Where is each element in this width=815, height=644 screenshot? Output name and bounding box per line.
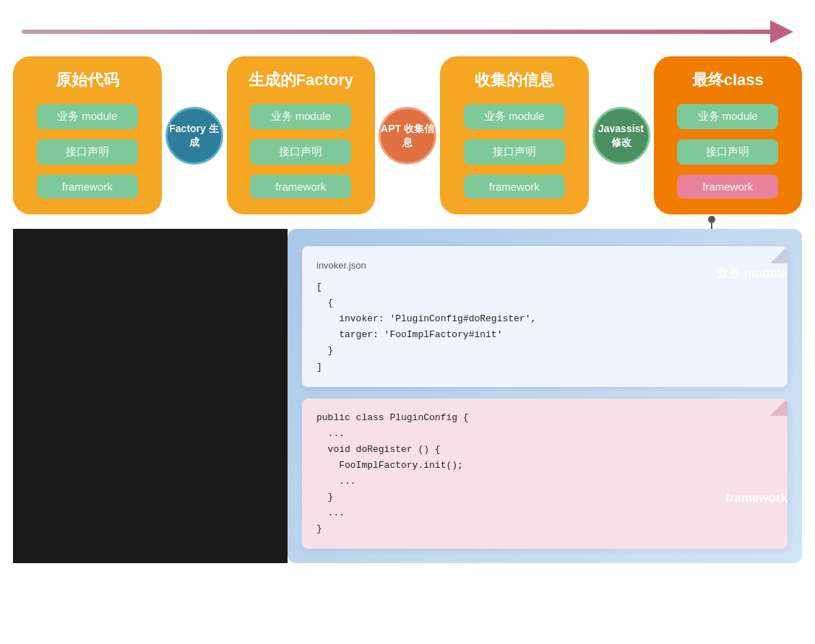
connector-factory: Factory 生成 (162, 107, 227, 165)
stage-final-item-1: 接口声明 (677, 139, 778, 165)
stage-original-item-1: 接口声明 (37, 139, 138, 165)
connector-apt: APT 收集信息 (375, 107, 440, 165)
stage-info-title: 收集的信息 (475, 69, 554, 91)
stage-info-item-1: 接口声明 (464, 139, 565, 165)
bottom-section: invoker.json [ { invoker: 'PluginConfig#… (13, 229, 802, 563)
plugin-config-card: public class PluginConfig { ... void doR… (302, 399, 788, 549)
stage-final-title: 最终class (692, 69, 764, 91)
stage-original-title: 原始代码 (56, 69, 119, 91)
stage-factory-item-2: framework (250, 175, 351, 199)
stage-final-item-0: 业务 module (677, 104, 778, 129)
connector-apt-circle: APT 收集信息 (379, 107, 436, 165)
stage-factory-title: 生成的Factory (249, 69, 353, 91)
bottom-diagram: invoker.json [ { invoker: 'PluginConfig#… (288, 229, 802, 563)
bottom-black-area (13, 229, 288, 563)
invoker-json-code: [ { invoker: 'PluginConfig#doRegister', … (316, 279, 773, 375)
bottom-label-framework: framework (725, 491, 788, 505)
stage-final-item-2: framework (677, 175, 778, 199)
top-diagram: 原始代码 业务 module 接口声明 framework Factory 生成… (0, 56, 815, 214)
connector-javassist-circle: Javassist修改 (592, 107, 650, 165)
timeline-arrow-bar (22, 22, 793, 42)
stage-original-item-0: 业务 module (37, 104, 138, 129)
stage-factory-item-0: 业务 module (250, 104, 351, 129)
connector-factory-label: Factory 生成 (168, 122, 221, 148)
connector-factory-circle: Factory 生成 (165, 107, 223, 165)
arrow-head-icon (770, 20, 793, 43)
invoker-json-filename: invoker.json (316, 258, 773, 274)
connector-javassist-label: Javassist修改 (598, 122, 644, 148)
bottom-label-module: 业务 module (716, 265, 788, 282)
stage-factory-item-1: 接口声明 (250, 139, 351, 165)
stage-final: 最终class 业务 module 接口声明 framework (654, 56, 803, 214)
invoker-json-card: invoker.json [ { invoker: 'PluginConfig#… (302, 246, 788, 387)
stage-info: 收集的信息 业务 module 接口声明 framework (440, 56, 589, 214)
stage-info-item-0: 业务 module (464, 104, 565, 129)
connector-javassist: Javassist修改 (589, 107, 654, 165)
plugin-config-code: public class PluginConfig { ... void doR… (316, 410, 773, 538)
arrow-line (22, 30, 772, 34)
anchor-dot (708, 216, 715, 223)
stage-factory: 生成的Factory 业务 module 接口声明 framework (227, 56, 376, 214)
connector-apt-label: APT 收集信息 (381, 122, 434, 148)
stage-info-item-2: framework (464, 175, 565, 199)
stage-original: 原始代码 业务 module 接口声明 framework (13, 56, 162, 214)
stage-original-item-2: framework (37, 175, 138, 199)
